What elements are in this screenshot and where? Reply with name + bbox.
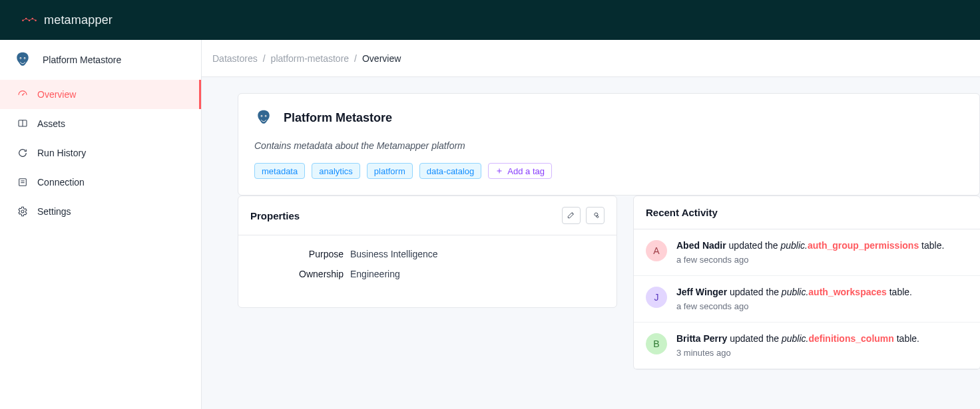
nav-label: Run History bbox=[37, 148, 86, 158]
brand-logo-icon bbox=[21, 12, 37, 28]
activity-schema: public. bbox=[782, 333, 808, 344]
wrench-icon bbox=[591, 210, 600, 221]
activity-action: updated the bbox=[729, 240, 778, 251]
property-row: Purpose Business Intelligence bbox=[250, 249, 605, 259]
nav-label: Connection bbox=[37, 177, 85, 188]
breadcrumb-datastores[interactable]: Datastores bbox=[212, 53, 258, 64]
activity-object[interactable]: definitions_column bbox=[808, 333, 893, 344]
breadcrumbs: Datastores / platform-metastore / Overvi… bbox=[202, 40, 980, 77]
breadcrumb-sep: / bbox=[354, 53, 357, 64]
activity-list: A Abed Nadir updated the public.auth_gro… bbox=[634, 229, 980, 369]
activity-suffix: table. bbox=[889, 287, 912, 297]
activity-item: A Abed Nadir updated the public.auth_gro… bbox=[634, 229, 980, 276]
property-value: Engineering bbox=[350, 269, 605, 279]
postgres-icon bbox=[13, 51, 32, 69]
activity-time: a few seconds ago bbox=[676, 301, 912, 311]
overview-icon bbox=[17, 89, 28, 100]
tag-platform[interactable]: platform bbox=[367, 163, 413, 179]
avatar: J bbox=[646, 287, 667, 308]
properties-title: Properties bbox=[250, 210, 300, 221]
nav-label: Assets bbox=[37, 118, 65, 129]
recent-activity-card: Recent Activity A Abed Nadir updated the bbox=[633, 196, 980, 370]
main: Datastores / platform-metastore / Overvi… bbox=[202, 40, 980, 409]
sidebar-title: Platform Metastore bbox=[43, 55, 121, 65]
activity-item: J Jeff Winger updated the public.auth_wo… bbox=[634, 276, 980, 323]
nav-label: Overview bbox=[37, 89, 76, 100]
activity-actor: Jeff Winger bbox=[676, 287, 727, 297]
plus-icon bbox=[495, 167, 503, 175]
configure-properties-button[interactable] bbox=[586, 207, 605, 224]
property-label: Purpose bbox=[250, 249, 344, 259]
avatar: B bbox=[646, 333, 667, 354]
activity-time: a few seconds ago bbox=[676, 255, 944, 265]
sidebar: Platform Metastore Overview Assets Run H… bbox=[0, 40, 202, 409]
assets-icon bbox=[17, 118, 28, 129]
activity-object[interactable]: auth_group_permissions bbox=[808, 240, 919, 251]
tag-data-catalog[interactable]: data-catalog bbox=[419, 163, 482, 179]
activity-suffix: table. bbox=[897, 333, 919, 344]
activity-suffix: table. bbox=[921, 240, 944, 251]
tag-metadata[interactable]: metadata bbox=[254, 163, 305, 179]
hero-card: Platform Metastore Contains metadata abo… bbox=[238, 93, 980, 196]
properties-card: Properties bbox=[238, 196, 617, 308]
activity-actor: Abed Nadir bbox=[676, 240, 726, 251]
nav-settings[interactable]: Settings bbox=[0, 197, 201, 226]
breadcrumb-current: Overview bbox=[362, 53, 401, 64]
postgres-icon bbox=[254, 107, 273, 128]
connection-icon bbox=[17, 177, 28, 188]
property-row: Ownership Engineering bbox=[250, 269, 605, 279]
top-nav: metamapper bbox=[0, 0, 980, 40]
edit-properties-button[interactable] bbox=[562, 207, 581, 224]
add-tag-label: Add a tag bbox=[507, 166, 545, 176]
activity-action: updated the bbox=[730, 287, 779, 297]
settings-icon bbox=[17, 206, 28, 217]
recent-activity-title: Recent Activity bbox=[646, 207, 968, 218]
activity-time: 3 minutes ago bbox=[676, 348, 919, 358]
brand[interactable]: metamapper bbox=[21, 12, 113, 28]
activity-action: updated the bbox=[730, 333, 779, 344]
activity-schema: public. bbox=[782, 287, 808, 297]
property-label: Ownership bbox=[250, 269, 344, 279]
activity-item: B Britta Perry updated the public.defini… bbox=[634, 323, 980, 369]
breadcrumb-sep: / bbox=[263, 53, 266, 64]
tag-list: metadata analytics platform data-catalog… bbox=[254, 163, 963, 179]
edit-icon bbox=[567, 210, 576, 221]
breadcrumb-platform-metastore[interactable]: platform-metastore bbox=[271, 53, 349, 64]
run-history-icon bbox=[17, 148, 28, 158]
activity-object[interactable]: auth_workspaces bbox=[808, 287, 887, 297]
nav-overview[interactable]: Overview bbox=[0, 80, 201, 109]
sidebar-nav: Overview Assets Run History Connection S… bbox=[0, 80, 201, 226]
activity-actor: Britta Perry bbox=[676, 333, 727, 344]
hero-description: Contains metadata about the Metamapper p… bbox=[254, 140, 963, 151]
add-tag-button[interactable]: Add a tag bbox=[488, 163, 552, 179]
page-title: Platform Metastore bbox=[284, 111, 392, 125]
brand-name: metamapper bbox=[44, 13, 113, 27]
nav-connection[interactable]: Connection bbox=[0, 168, 201, 197]
property-value: Business Intelligence bbox=[350, 249, 605, 259]
activity-schema: public. bbox=[780, 240, 807, 251]
tag-analytics[interactable]: analytics bbox=[312, 163, 360, 179]
sidebar-header: Platform Metastore bbox=[0, 40, 201, 80]
nav-label: Settings bbox=[37, 206, 71, 217]
nav-run-history[interactable]: Run History bbox=[0, 138, 201, 168]
nav-assets[interactable]: Assets bbox=[0, 109, 201, 138]
avatar: A bbox=[646, 240, 667, 261]
